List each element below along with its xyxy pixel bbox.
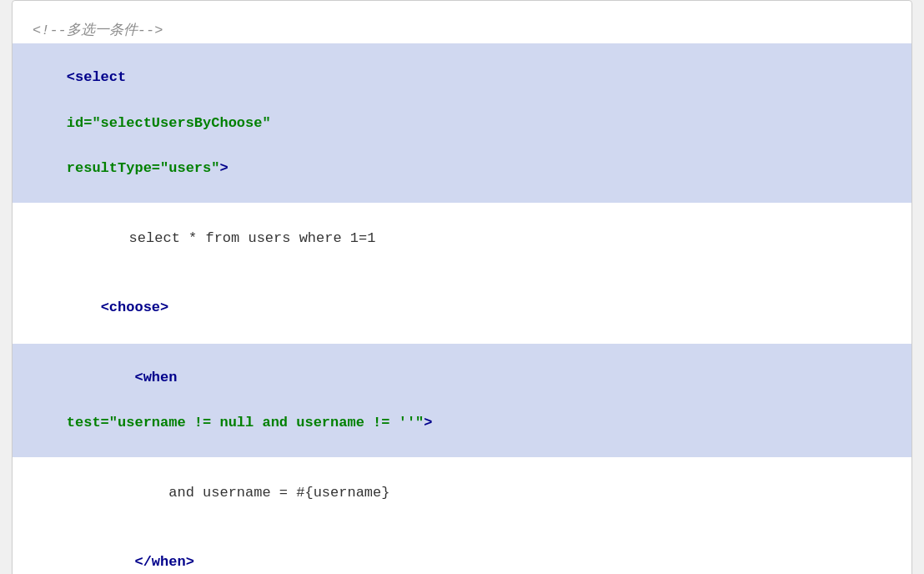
select-tag-close: > — [219, 160, 228, 176]
select-body-line: select * from users where 1=1 — [33, 204, 891, 273]
select-open-line: <select id="selectUsersByChoose" resultT… — [13, 43, 911, 202]
space2 — [67, 138, 83, 154]
id-attr: id= — [67, 115, 93, 131]
id-value: "selectUsersByChoose" — [92, 115, 270, 131]
when1-end-tag: </when> — [134, 554, 193, 570]
when1-end-line: </when> — [33, 528, 891, 574]
when1-body-line: and username = #{username} — [33, 459, 891, 527]
select-body-text: select * from users where 1=1 — [67, 230, 376, 246]
when1-close: > — [424, 415, 432, 430]
choose-open-line: <choose> — [33, 274, 891, 342]
when1-body-text: and username = #{username} — [67, 485, 390, 501]
when1-test-attr: test= — [67, 415, 109, 430]
when1-indent — [67, 370, 135, 385]
result-value: "users" — [160, 160, 219, 176]
comment-line: <!--多选一条件--> — [33, 19, 891, 42]
when1-tag-open: <when — [134, 370, 177, 385]
when1-open-line: <when test="username != null and usernam… — [13, 344, 911, 457]
choose-tag: <choose> — [101, 300, 169, 315]
when1-test-value: "username != null and username != ''" — [109, 415, 424, 430]
space1 — [67, 93, 75, 108]
code-block: <!--多选一条件--> <select id="selectUsersByCh… — [12, 0, 912, 574]
when1-end-indent — [67, 554, 135, 570]
select-tag-open: <select — [67, 69, 126, 85]
result-attr: resultType= — [67, 160, 160, 176]
choose-indent — [67, 300, 101, 315]
space3 — [67, 392, 75, 408]
